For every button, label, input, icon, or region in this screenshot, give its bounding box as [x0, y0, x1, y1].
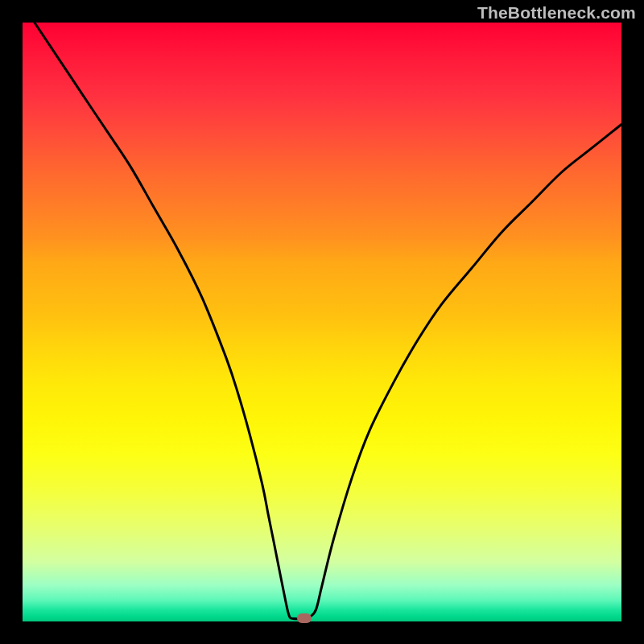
bottleneck-curve — [35, 23, 621, 619]
chart-frame: TheBottleneck.com — [0, 0, 644, 644]
curve-svg — [23, 23, 621, 621]
watermark-text: TheBottleneck.com — [477, 3, 636, 23]
plot-area — [23, 23, 621, 621]
optimal-marker — [297, 613, 312, 623]
